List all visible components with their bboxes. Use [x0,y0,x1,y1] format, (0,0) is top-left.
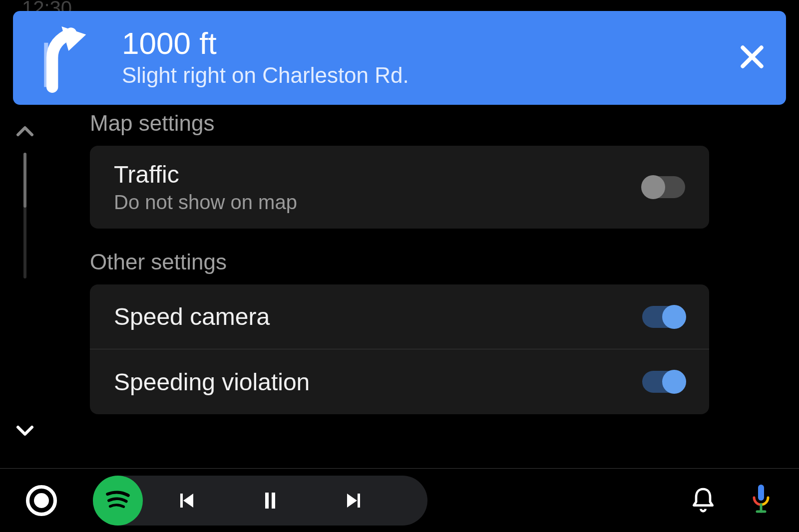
row-speeding-violation-title: Speeding violation [114,368,642,396]
toggle-traffic[interactable] [642,176,685,198]
row-traffic-title: Traffic [114,161,642,188]
settings-column: Map settings Traffic Do not show on map … [90,105,709,414]
scrollbar-track[interactable] [23,153,26,278]
notifications-icon[interactable] [689,486,717,516]
spotify-icon[interactable] [93,476,143,526]
previous-track-icon[interactable] [143,489,228,513]
section-header-other: Other settings [90,250,709,274]
next-track-icon[interactable] [313,489,398,513]
row-speed-camera[interactable]: Speed camera [90,284,709,349]
chevron-down-icon[interactable] [13,418,37,442]
turn-slight-right-icon [28,23,93,93]
navigation-direction-card[interactable]: 1000 ft Slight right on Charleston Rd. [13,11,786,105]
home-button[interactable] [26,485,57,516]
toggle-speed-camera[interactable] [642,306,685,328]
row-speed-camera-title: Speed camera [114,303,642,330]
bottom-bar [0,468,799,532]
scrollbar-thumb[interactable] [23,153,26,208]
direction-instruction: Slight right on Charleston Rd. [122,63,726,88]
direction-distance: 1000 ft [122,28,726,59]
row-traffic-subtitle: Do not show on map [114,191,642,214]
toggle-speeding-violation[interactable] [642,371,685,393]
row-traffic[interactable]: Traffic Do not show on map [90,146,709,229]
svg-rect-1 [758,485,764,501]
assistant-mic-icon[interactable] [749,483,773,518]
chevron-up-icon[interactable] [13,120,37,144]
pause-icon[interactable] [228,489,313,513]
media-controls [93,476,427,526]
row-speeding-violation[interactable]: Speeding violation [90,349,709,414]
card-other-settings: Speed camera Speeding violation [90,284,709,414]
card-map-settings: Traffic Do not show on map [90,146,709,229]
section-header-map: Map settings [90,111,709,136]
scroll-rail [7,120,43,442]
close-icon[interactable] [736,41,768,75]
